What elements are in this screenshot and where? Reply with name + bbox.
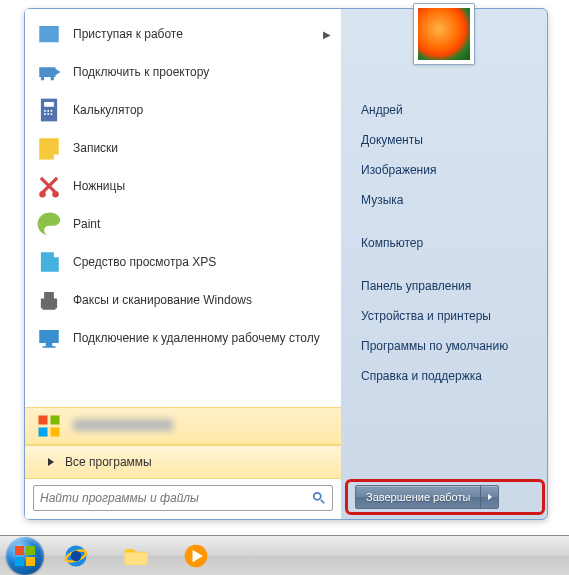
shutdown-area: Завершение работы — [355, 485, 533, 509]
right-pane-link[interactable]: Музыка — [355, 185, 533, 215]
start-button[interactable] — [6, 537, 44, 575]
shutdown-label[interactable]: Завершение работы — [356, 486, 480, 508]
program-item[interactable]: Калькулятор — [25, 91, 341, 129]
program-item[interactable]: Подключение к удаленному рабочему столу — [25, 319, 341, 357]
svg-point-0 — [39, 191, 46, 198]
right-pane-link[interactable]: Программы по умолчанию — [355, 331, 533, 361]
search-icon — [312, 491, 326, 505]
svg-point-1 — [52, 191, 59, 198]
program-item[interactable]: Ножницы — [25, 167, 341, 205]
submenu-arrow-icon: ▶ — [323, 29, 331, 40]
recent-program-item[interactable] — [25, 407, 341, 445]
shutdown-options-arrow[interactable] — [480, 486, 498, 508]
program-label: Подключение к удаленному рабочему столу — [73, 331, 331, 345]
program-label: Приступая к работе — [73, 27, 323, 41]
shutdown-button[interactable]: Завершение работы — [355, 485, 499, 509]
right-pane-link[interactable]: Компьютер — [355, 228, 533, 258]
program-item[interactable]: Факсы и сканирование Windows — [25, 281, 341, 319]
right-pane-link[interactable]: Документы — [355, 125, 533, 155]
program-item[interactable]: Подключить к проектору — [25, 53, 341, 91]
fax-scan-icon — [35, 286, 63, 314]
right-pane-link[interactable]: Устройства и принтеры — [355, 301, 533, 331]
separator — [355, 221, 533, 222]
program-item[interactable]: Приступая к работе ▶ — [25, 15, 341, 53]
program-item[interactable]: Paint — [25, 205, 341, 243]
file-explorer-icon — [122, 542, 150, 570]
internet-explorer-icon — [62, 542, 90, 570]
media-player-icon — [182, 542, 210, 570]
svg-rect-4 — [39, 428, 48, 437]
arrow-right-icon — [43, 448, 59, 476]
taskbar-ie-button[interactable] — [48, 539, 104, 573]
snipping-tool-icon — [35, 172, 63, 200]
taskbar-explorer-button[interactable] — [108, 539, 164, 573]
remote-desktop-icon — [35, 324, 63, 352]
svg-point-6 — [314, 493, 321, 500]
start-menu-left-pane: Приступая к работе ▶ Подключить к проект… — [25, 9, 341, 519]
right-links-list: Андрей ДокументыИзображенияМузыка Компью… — [355, 95, 533, 485]
search-input[interactable] — [40, 491, 312, 505]
xps-viewer-icon — [35, 248, 63, 276]
sticky-notes-icon — [35, 134, 63, 162]
paint-icon — [35, 210, 63, 238]
svg-rect-2 — [39, 416, 48, 425]
blurred-label — [73, 419, 331, 434]
taskbar-media-player-button[interactable] — [168, 539, 224, 573]
calculator-icon — [35, 96, 63, 124]
avatar-image — [418, 8, 470, 60]
getting-started-icon — [35, 20, 63, 48]
windows-icon — [35, 412, 63, 440]
start-menu-right-pane: Андрей ДокументыИзображенияМузыка Компью… — [341, 9, 547, 519]
program-item[interactable]: Записки — [25, 129, 341, 167]
all-programs-button[interactable]: Все программы — [25, 445, 341, 479]
right-pane-link[interactable]: Изображения — [355, 155, 533, 185]
separator — [355, 264, 533, 265]
program-label: Калькулятор — [73, 103, 331, 117]
start-menu: Приступая к работе ▶ Подключить к проект… — [24, 8, 548, 520]
svg-point-9 — [71, 550, 82, 561]
svg-rect-5 — [51, 428, 60, 437]
program-label: Ножницы — [73, 179, 331, 193]
program-item[interactable]: Средство просмотра XPS — [25, 243, 341, 281]
taskbar — [0, 535, 569, 575]
pinned-programs-list: Приступая к работе ▶ Подключить к проект… — [25, 15, 341, 407]
program-label: Paint — [73, 217, 331, 231]
search-box[interactable] — [33, 485, 333, 511]
all-programs-label: Все программы — [65, 455, 331, 469]
projector-icon — [35, 58, 63, 86]
user-name-link[interactable]: Андрей — [355, 95, 533, 125]
program-label: Подключить к проектору — [73, 65, 331, 79]
program-label: Факсы и сканирование Windows — [73, 293, 331, 307]
program-label: Записки — [73, 141, 331, 155]
user-avatar[interactable] — [413, 3, 475, 65]
program-label: Средство просмотра XPS — [73, 255, 331, 269]
right-pane-link[interactable]: Панель управления — [355, 271, 533, 301]
svg-rect-3 — [51, 416, 60, 425]
search-container — [25, 479, 341, 513]
right-pane-link[interactable]: Справка и поддержка — [355, 361, 533, 391]
